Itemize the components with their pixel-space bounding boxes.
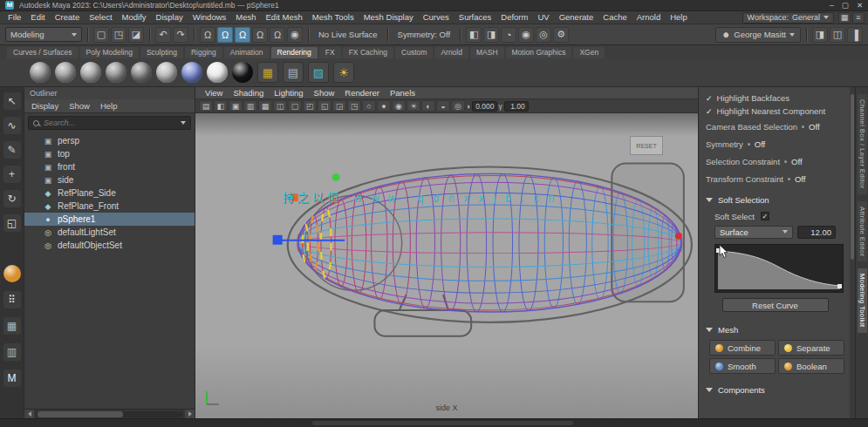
scale-tool[interactable]: ◱: [3, 214, 21, 232]
shelf-tab[interactable]: Animation: [224, 47, 270, 58]
undo-icon[interactable]: ↶: [155, 27, 171, 43]
outliner-item[interactable]: ▣ top: [24, 147, 195, 160]
metal-ball[interactable]: [131, 62, 152, 83]
move-tool[interactable]: +: [3, 166, 21, 183]
bookmarks-icon[interactable]: ▥: [243, 100, 257, 112]
black-material-ball[interactable]: [232, 62, 253, 83]
shelf-tab[interactable]: FX: [319, 47, 341, 58]
outliner-item[interactable]: ▣ side: [24, 173, 195, 186]
ramp-texture-icon[interactable]: ▤: [283, 62, 304, 83]
menu-item[interactable]: Modify: [118, 11, 151, 24]
ocean-texture-icon[interactable]: ▨: [308, 62, 329, 83]
scroll-right-button[interactable]: [185, 410, 195, 419]
snap-to-projected-center-icon[interactable]: Ω: [252, 27, 268, 43]
layout-split-item[interactable]: ▥: [3, 343, 21, 361]
pole-vertex-handle[interactable]: [675, 233, 682, 240]
close-button[interactable]: ✕: [857, 1, 863, 10]
dice-item[interactable]: ⠿: [3, 291, 21, 308]
redo-icon[interactable]: ↷: [173, 27, 188, 43]
resolution-gate-icon[interactable]: ◰: [303, 100, 317, 112]
select-tool[interactable]: ↖: [3, 92, 21, 110]
toggle-tool-settings-icon[interactable]: ◫: [830, 27, 845, 43]
time-slider-thumb[interactable]: [312, 421, 573, 425]
menu-item[interactable]: Windows: [188, 11, 231, 24]
toolkit-scrollbar[interactable]: [850, 87, 855, 418]
field-chart-icon[interactable]: ◲: [332, 100, 346, 112]
render-settings-icon[interactable]: ⚙: [553, 27, 569, 43]
lambert-ball[interactable]: [55, 62, 76, 83]
phong-ball[interactable]: [106, 62, 126, 83]
viewport-menu-item[interactable]: Panels: [386, 88, 420, 98]
safe-action-icon[interactable]: ◳: [347, 100, 361, 112]
mesh-button[interactable]: Separate: [778, 340, 844, 356]
outliner-item[interactable]: ◆ RefPlane_Side: [24, 186, 195, 200]
menu-item[interactable]: Arnold: [632, 11, 665, 24]
mesh-button[interactable]: Boolean: [778, 358, 844, 374]
ipr-render-icon[interactable]: ◎: [536, 27, 551, 43]
material-ball-item[interactable]: [3, 265, 21, 282]
m-item[interactable]: M: [3, 369, 21, 387]
paint-select-tool[interactable]: ✎: [3, 141, 21, 159]
outliner-menu-item[interactable]: Show: [69, 101, 90, 111]
select-camera-icon[interactable]: ▤: [199, 100, 213, 112]
falloff-curve-graph[interactable]: [714, 244, 844, 293]
outliner-item[interactable]: ◆ RefPlane_Front: [24, 200, 195, 213]
toggle-attribute-editor-icon[interactable]: ◨: [812, 27, 828, 43]
shelf-tab[interactable]: MASH: [470, 47, 504, 58]
soft-selection-header[interactable]: Soft Selection: [706, 191, 844, 208]
make-live-icon[interactable]: ◉: [287, 27, 303, 43]
workspace-grid-icon[interactable]: ▦: [838, 12, 851, 24]
outliner-item[interactable]: ◎ defaultLightSet: [24, 226, 195, 239]
menu-item[interactable]: Mesh Tools: [308, 11, 359, 24]
viewport-menu-item[interactable]: View: [201, 88, 227, 98]
menu-item[interactable]: Cache: [598, 11, 631, 24]
toggle-channel-box-icon[interactable]: ▐: [847, 27, 863, 43]
scroll-thumb[interactable]: [851, 94, 854, 260]
menu-set-selector[interactable]: Modeling: [5, 27, 82, 42]
shelf-tab[interactable]: Poly Modeling: [80, 47, 139, 58]
lock-camera-icon[interactable]: ◧: [214, 100, 228, 112]
toolkit-check-option[interactable]: ✓ Highlight Backfaces: [706, 92, 844, 105]
no-live-surface-label[interactable]: No Live Surface: [314, 30, 382, 39]
scroll-thumb[interactable]: [38, 411, 123, 417]
exposure-field[interactable]: ◑ 0.000: [466, 101, 497, 112]
components-section-header[interactable]: Components: [706, 381, 844, 398]
snap-to-grid-icon[interactable]: Ω: [200, 27, 215, 43]
construction-history-icon[interactable]: ◔: [501, 27, 516, 43]
menu-item[interactable]: Display: [152, 11, 188, 24]
snap-to-point-icon[interactable]: Ω: [235, 27, 250, 43]
reset-curve-button[interactable]: Reset Curve: [722, 298, 829, 312]
film-gate-icon[interactable]: ▢: [288, 100, 302, 112]
minimize-button[interactable]: –: [830, 1, 834, 10]
falloff-mode-dropdown[interactable]: Surface: [714, 226, 793, 239]
menu-item[interactable]: Surfaces: [455, 11, 496, 24]
viewport-canvas[interactable]: 持之以恒 www.qdnxxjb.cn RESET side X: [195, 113, 698, 418]
new-scene-icon[interactable]: ▢: [93, 27, 109, 43]
gate-mask-icon[interactable]: ◱: [318, 100, 331, 112]
snap-to-view-plane-icon[interactable]: Ω: [270, 27, 285, 43]
mesh-button[interactable]: Smooth: [709, 358, 776, 374]
curve-handle[interactable]: [716, 248, 721, 253]
mesh-section-header[interactable]: Mesh: [706, 321, 844, 338]
screen-space-ao-icon[interactable]: ◒: [436, 100, 450, 112]
lasso-select-tool[interactable]: ∿: [3, 117, 21, 134]
toolkit-state-option[interactable]: Camera Based Selection Off: [706, 118, 844, 135]
move-x-handle[interactable]: [273, 235, 283, 245]
soft-select-checkbox[interactable]: ✓: [761, 212, 769, 220]
symmetry-status[interactable]: Symmetry: Off: [393, 30, 455, 39]
time-slider-bar[interactable]: [0, 418, 868, 427]
menu-item[interactable]: Deform: [496, 11, 532, 24]
two-panes-icon[interactable]: ◫: [273, 100, 287, 112]
menu-item[interactable]: Help: [666, 11, 692, 24]
toolkit-state-option[interactable]: Selection Constraint Off: [706, 152, 844, 170]
menu-item[interactable]: UV: [533, 11, 553, 24]
menu-item[interactable]: Create: [51, 11, 85, 24]
outliner-item[interactable]: ▣ persp: [24, 134, 195, 147]
blue-material-ball[interactable]: [181, 62, 202, 83]
anti-alias-icon[interactable]: ◎: [451, 100, 465, 112]
sidebar-tab[interactable]: Modeling Toolkit: [858, 268, 867, 333]
search-input[interactable]: [44, 119, 176, 127]
shelf-tab[interactable]: Motion Graphics: [506, 47, 572, 58]
outliner-item[interactable]: ● pSphere1: [24, 213, 195, 226]
shelf-tab[interactable]: XGen: [573, 47, 605, 58]
